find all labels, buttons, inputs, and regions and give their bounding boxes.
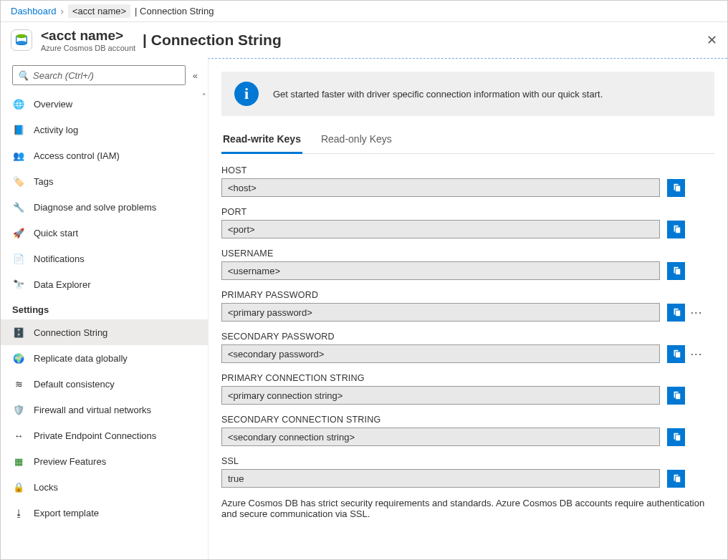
info-banner-text: Get started faster with driver specific … xyxy=(273,89,603,100)
field-host: HOST <host> xyxy=(221,165,714,197)
field-label: SSL xyxy=(221,456,714,466)
primary-password-more-button[interactable]: ··· xyxy=(691,307,703,318)
sidebar-item-label: Export template xyxy=(34,508,99,518)
sidebar-item-label: Activity log xyxy=(34,125,78,135)
sidebar-item-export-template[interactable]: ⭳Export template xyxy=(1,500,208,526)
breadcrumb-dashboard[interactable]: Dashboard xyxy=(11,6,57,16)
scroll-up-icon[interactable]: ˄ xyxy=(202,92,206,102)
copy-ssl-button[interactable] xyxy=(667,470,685,488)
svg-point-1 xyxy=(16,41,27,44)
sidebar-item-label: Notifications xyxy=(34,254,85,264)
field-secondary-password: SECONDARY PASSWORD <secondary password> … xyxy=(221,332,714,363)
field-secondary-connection-string: SECONDARY CONNECTION STRING <secondary c… xyxy=(221,415,714,446)
copy-port-button[interactable] xyxy=(667,221,685,238)
db-small-icon: 🗄️ xyxy=(12,326,25,339)
field-username: USERNAME <username> xyxy=(221,248,714,280)
sidebar-item-label: Diagnose and solve problems xyxy=(34,202,156,213)
close-icon[interactable]: ✕ xyxy=(707,32,717,48)
page-title: | Connection String xyxy=(143,32,282,49)
info-banner: i Get started faster with driver specifi… xyxy=(221,72,714,116)
copy-primary-password-button[interactable] xyxy=(667,304,685,322)
endpoint-icon: ↔ xyxy=(12,429,25,442)
sidebar-item-private-endpoint[interactable]: ↔Private Endpoint Connections xyxy=(1,423,208,448)
collapse-sidebar-icon[interactable]: « xyxy=(193,70,198,81)
rocket-icon: 🚀 xyxy=(12,226,25,239)
field-ssl: SSL true xyxy=(221,456,714,488)
sidebar-item-label: Firewall and virtual networks xyxy=(34,405,151,415)
people-icon: 👥 xyxy=(12,149,25,162)
globe-icon: 🌐 xyxy=(12,97,25,110)
sidebar-item-notifications[interactable]: 📄Notifications xyxy=(1,246,208,271)
field-label: PRIMARY CONNECTION STRING xyxy=(221,373,714,383)
host-input[interactable]: <host> xyxy=(221,178,660,197)
consistency-icon: ≋ xyxy=(12,377,25,390)
lock-icon: 🔒 xyxy=(12,481,25,493)
primary-password-input[interactable]: <primary password> xyxy=(221,303,660,322)
primary-connection-string-input[interactable]: <primary connection string> xyxy=(221,386,660,405)
username-input[interactable]: <username> xyxy=(221,261,660,280)
sidebar-item-label: Quick start xyxy=(34,228,78,238)
grid-icon: ▦ xyxy=(12,455,25,468)
sidebar-item-label: Replicate data globally xyxy=(34,353,128,364)
breadcrumb: Dashboard › <acct name> | Connection Str… xyxy=(1,1,727,22)
field-label: SECONDARY PASSWORD xyxy=(221,332,714,342)
sidebar-item-access-control[interactable]: 👥Access control (IAM) xyxy=(1,143,208,168)
search-placeholder: Search (Ctrl+/) xyxy=(33,70,94,81)
sidebar-item-label: Connection String xyxy=(34,327,107,338)
sidebar-item-label: Preview Features xyxy=(34,456,106,467)
sidebar-item-locks[interactable]: 🔒Locks xyxy=(1,474,208,500)
field-label: SECONDARY CONNECTION STRING xyxy=(221,415,714,425)
sidebar-item-tags[interactable]: 🏷️Tags xyxy=(1,168,208,194)
copy-secondary-connection-string-button[interactable] xyxy=(667,428,685,446)
copy-primary-connection-string-button[interactable] xyxy=(667,387,685,405)
copy-username-button[interactable] xyxy=(667,262,685,280)
sidebar-item-preview-features[interactable]: ▦Preview Features xyxy=(1,448,208,474)
sidebar-item-overview[interactable]: 🌐Overview xyxy=(1,91,208,117)
cosmos-db-icon xyxy=(11,29,32,51)
secondary-password-more-button[interactable]: ··· xyxy=(691,349,703,359)
sidebar-item-default-consistency[interactable]: ≋Default consistency xyxy=(1,371,208,397)
bell-icon: 📄 xyxy=(12,252,25,265)
sidebar-item-label: Tags xyxy=(34,176,53,187)
account-name: <acct name> xyxy=(41,28,135,44)
chevron-right-icon: › xyxy=(61,6,64,16)
info-icon: i xyxy=(234,82,259,106)
secondary-password-input[interactable]: <secondary password> xyxy=(221,344,660,363)
account-heading: <acct name> Azure Cosmos DB account xyxy=(41,28,135,53)
main-content: i Get started faster with driver specifi… xyxy=(208,58,727,559)
copy-secondary-password-button[interactable] xyxy=(667,345,685,363)
log-icon: 📘 xyxy=(12,123,25,136)
copy-host-button[interactable] xyxy=(667,179,685,197)
sidebar-item-replicate[interactable]: 🌍Replicate data globally xyxy=(1,345,208,371)
tab-read-only-keys[interactable]: Read-only Keys xyxy=(320,129,393,153)
field-primary-password: PRIMARY PASSWORD <primary password> ··· xyxy=(221,290,714,322)
sidebar-item-firewall[interactable]: 🛡️Firewall and virtual networks xyxy=(1,397,208,423)
ssl-input[interactable]: true xyxy=(221,469,660,488)
sidebar-item-label: Locks xyxy=(34,482,58,493)
field-primary-connection-string: PRIMARY CONNECTION STRING <primary conne… xyxy=(221,373,714,405)
svg-point-0 xyxy=(16,34,27,39)
tab-read-write-keys[interactable]: Read-write Keys xyxy=(221,129,302,154)
breadcrumb-trail: | Connection String xyxy=(135,6,214,16)
breadcrumb-acct[interactable]: <acct name> xyxy=(68,4,130,18)
sidebar: 🔍 Search (Ctrl+/) « ˄ 🌐Overview 📘Activit… xyxy=(1,58,208,559)
secondary-connection-string-input[interactable]: <secondary connection string> xyxy=(221,428,660,446)
tag-icon: 🏷️ xyxy=(12,175,25,188)
field-port: PORT <port> xyxy=(221,207,714,238)
sidebar-item-diagnose[interactable]: 🔧Diagnose and solve problems xyxy=(1,194,208,220)
sidebar-item-quick-start[interactable]: 🚀Quick start xyxy=(1,220,208,246)
sidebar-item-label: Default consistency xyxy=(34,379,115,390)
sidebar-item-data-explorer[interactable]: 🔭Data Explorer xyxy=(1,271,208,297)
field-label: USERNAME xyxy=(221,248,714,259)
blade-header: <acct name> Azure Cosmos DB account | Co… xyxy=(1,22,727,58)
field-label: PRIMARY PASSWORD xyxy=(221,290,714,300)
sidebar-item-activity-log[interactable]: 📘Activity log xyxy=(1,117,208,143)
sidebar-item-label: Private Endpoint Connections xyxy=(34,430,156,441)
sidebar-item-label: Overview xyxy=(34,99,72,110)
explorer-icon: 🔭 xyxy=(12,278,25,291)
firewall-icon: 🛡️ xyxy=(12,403,25,416)
search-input[interactable]: 🔍 Search (Ctrl+/) xyxy=(12,65,186,85)
port-input[interactable]: <port> xyxy=(221,220,660,238)
search-icon: 🔍 xyxy=(17,70,29,81)
sidebar-item-connection-string[interactable]: 🗄️Connection String xyxy=(1,319,208,345)
